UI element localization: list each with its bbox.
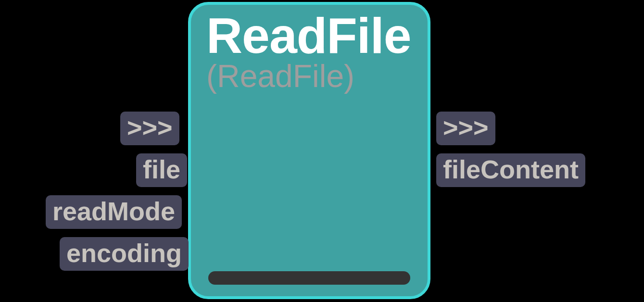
node-subtitle: (ReadFile): [206, 60, 412, 92]
node-graph-canvas[interactable]: ReadFile (ReadFile) >>> file readMode en…: [0, 0, 644, 302]
input-port-exec[interactable]: >>>: [120, 112, 179, 145]
input-port-encoding[interactable]: encoding: [60, 237, 189, 271]
input-port-readmode[interactable]: readMode: [46, 195, 182, 229]
output-port-filecontent[interactable]: fileContent: [436, 153, 585, 187]
node-bottom-bar: [208, 271, 410, 285]
node-title: ReadFile: [206, 10, 412, 62]
readfile-node[interactable]: ReadFile (ReadFile): [188, 2, 430, 299]
output-port-exec[interactable]: >>>: [436, 112, 495, 145]
input-port-file[interactable]: file: [136, 153, 187, 187]
